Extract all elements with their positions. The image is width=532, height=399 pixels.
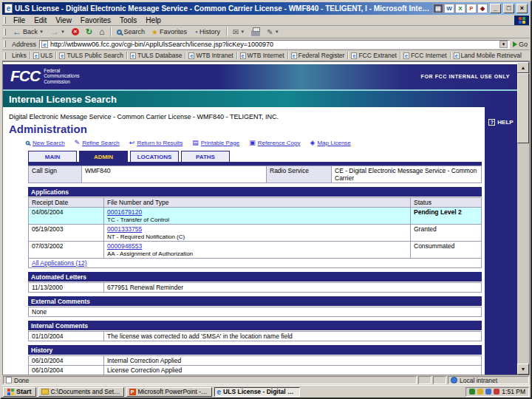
- tray-icon[interactable]: [494, 389, 499, 395]
- link-item-federal-register[interactable]: eFederal Register: [289, 52, 347, 59]
- tab-admin[interactable]: ADMIN: [79, 151, 128, 162]
- printable-page-link[interactable]: ▤Printable Page: [192, 139, 239, 146]
- toolbar-grip[interactable]: [4, 17, 6, 24]
- toolbar-grip[interactable]: [4, 41, 6, 47]
- app-shortcut-icon[interactable]: ◆: [477, 4, 488, 13]
- taskbar-window-explorer[interactable]: C:\Documents and Setti...: [38, 387, 124, 397]
- link-item-fcc-extranet[interactable]: eFCC Extranet: [349, 52, 399, 59]
- menu-tools[interactable]: Tools: [115, 16, 141, 25]
- license-content: Digital Electronic Message Service - Com…: [3, 107, 485, 375]
- back-dropdown-icon[interactable]: ▼: [39, 30, 44, 34]
- tab-main[interactable]: MAIN: [28, 151, 77, 162]
- link-label: Federal Register: [299, 52, 345, 59]
- powerpoint-shortcut-icon[interactable]: P: [466, 4, 477, 13]
- refresh-button[interactable]: ↻: [83, 27, 95, 38]
- links-separator: [450, 52, 451, 59]
- comment-date: 01/10/2004: [29, 332, 104, 341]
- link-item-land-mobile-retrieval[interactable]: eLand Mobile Retrieval: [451, 52, 524, 59]
- search-icon: [117, 30, 122, 35]
- help-button[interactable]: ? HELP: [485, 119, 517, 126]
- link-item-tuls-public-search[interactable]: eTULS Public Search: [57, 52, 126, 59]
- link-item-wtb-internet[interactable]: eWTB Internet: [238, 52, 287, 59]
- link-item-fcc-internet[interactable]: eFCC Internet: [401, 52, 449, 59]
- scroll-up-button[interactable]: ▲: [517, 62, 529, 73]
- close-button[interactable]: ×: [516, 4, 528, 13]
- toolbar-grip[interactable]: [4, 52, 6, 59]
- menu-file[interactable]: File: [9, 16, 30, 25]
- zone-text: Local intranet: [460, 377, 497, 384]
- menu-view[interactable]: View: [51, 16, 76, 25]
- back-button[interactable]: ← Back ▼: [10, 26, 47, 38]
- page-status-icon: [6, 377, 12, 383]
- favorites-button[interactable]: ★ Favorites: [149, 27, 190, 37]
- new-search-link[interactable]: New Search: [25, 140, 65, 146]
- history-label: History: [200, 28, 220, 35]
- scrollbar-thumb[interactable]: [517, 73, 529, 143]
- receipt-date: 04/06/2004: [29, 208, 104, 225]
- excel-shortcut-icon[interactable]: X: [455, 4, 466, 13]
- receipt-date: 05/19/2003: [29, 225, 104, 242]
- taskbar-window-label: ULS License - Digital M...: [223, 388, 296, 395]
- license-tabs: MAIN ADMIN LOCATIONS PATHS: [28, 151, 485, 162]
- print-button[interactable]: [248, 27, 263, 37]
- file-number-link[interactable]: 0000948553: [107, 242, 142, 250]
- reference-copy-link[interactable]: ▣Reference Copy: [249, 139, 300, 146]
- link-icon: e: [188, 52, 194, 59]
- address-label: Address: [12, 41, 36, 48]
- file-number-link[interactable]: 0001333755: [107, 225, 142, 233]
- external-comments-section: None: [28, 307, 482, 317]
- tray-icon[interactable]: [469, 389, 475, 395]
- action-links: New Search ✎Refine Search ↩Return to Res…: [25, 139, 485, 146]
- links-label: Links: [10, 52, 29, 59]
- tab-locations[interactable]: LOCATIONS: [130, 151, 179, 162]
- map-license-link[interactable]: ◈Map License: [310, 139, 351, 146]
- tab-paths[interactable]: PATHS: [181, 151, 230, 162]
- refine-search-link[interactable]: ✎Refine Search: [75, 139, 120, 146]
- mail-button[interactable]: ✉ ▼: [230, 27, 248, 37]
- toolbar-grip[interactable]: [4, 29, 6, 35]
- home-button[interactable]: ⌂: [96, 26, 107, 38]
- tray-icon[interactable]: [485, 389, 491, 395]
- address-url[interactable]: http://wtbwww06.fcc.gov/cgi-bin/ApplUlsS…: [50, 41, 497, 48]
- scroll-down-button[interactable]: ▼: [517, 364, 529, 375]
- taskbar-window-ie-active[interactable]: e ULS License - Digital M...: [214, 387, 300, 397]
- links-separator: [30, 52, 30, 59]
- status-spacer-segment: [418, 376, 432, 384]
- search-button[interactable]: Search: [114, 27, 148, 36]
- refresh-icon: ↻: [86, 27, 92, 37]
- menu-favorites[interactable]: Favorites: [76, 16, 115, 25]
- mail-dropdown-icon[interactable]: ▼: [240, 30, 245, 34]
- internal-comments-section: 01/10/2004 The license was corrected to …: [28, 331, 482, 341]
- refine-search-icon: ✎: [75, 139, 81, 146]
- edit-button[interactable]: ✎ ▼: [264, 27, 282, 37]
- window-titlebar[interactable]: e ULS License - Digital Electronic Messa…: [2, 2, 530, 15]
- forward-button[interactable]: → ▼: [47, 26, 68, 38]
- link-item-uls[interactable]: eULS: [31, 52, 55, 59]
- vertical-scrollbar[interactable]: ▲ ▼: [517, 62, 529, 375]
- return-to-results-link[interactable]: ↩Return to Results: [129, 139, 183, 146]
- history-button[interactable]: ◔ History: [191, 27, 223, 37]
- link-item-tuls-database[interactable]: eTULS Database: [128, 52, 184, 59]
- address-input[interactable]: e http://wtbwww06.fcc.gov/cgi-bin/ApplUl…: [39, 40, 510, 49]
- all-applications-link[interactable]: All Applications (12): [32, 259, 87, 267]
- stop-button[interactable]: ×: [69, 27, 82, 36]
- start-button[interactable]: Start: [3, 387, 36, 397]
- fcc-org-name: Federal Communications Commission: [44, 68, 79, 85]
- file-number-link[interactable]: 0001679120: [107, 208, 142, 216]
- menu-help[interactable]: Help: [141, 16, 166, 25]
- edit-dropdown-icon[interactable]: ▼: [275, 30, 279, 34]
- minimize-button[interactable]: _: [490, 4, 501, 13]
- application-row: 04/06/2004 0001679120 TC - Transfer of C…: [29, 208, 482, 225]
- taskbar-clock[interactable]: 1:51 PM: [502, 388, 525, 395]
- tray-icon[interactable]: [477, 389, 483, 395]
- link-item-wtb-intranet[interactable]: eWTB Intranet: [186, 52, 235, 59]
- go-button[interactable]: Go: [513, 41, 528, 48]
- address-dropdown-icon[interactable]: ▼: [499, 41, 508, 48]
- word-shortcut-icon[interactable]: W: [444, 4, 454, 13]
- taskbar-window-powerpoint[interactable]: P Microsoft PowerPoint - [2...: [126, 387, 212, 397]
- office-shortcut-icon[interactable]: ▤: [433, 4, 443, 13]
- menu-edit[interactable]: Edit: [30, 16, 51, 25]
- maximize-button[interactable]: □: [503, 4, 514, 13]
- forward-dropdown-icon[interactable]: ▼: [61, 30, 65, 34]
- taskbar-window-label: Microsoft PowerPoint - [2...: [138, 388, 209, 395]
